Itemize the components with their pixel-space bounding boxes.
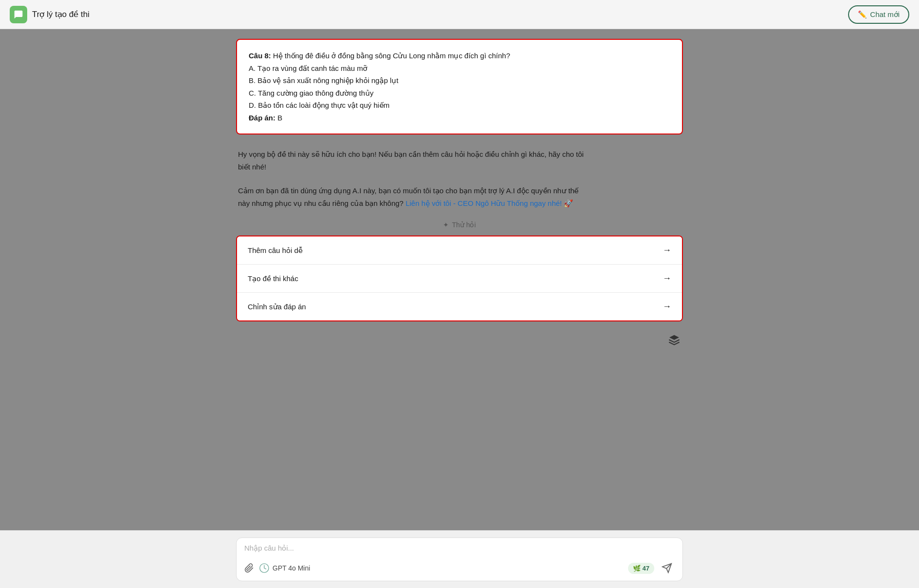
answer-label: Đáp án:: [249, 114, 275, 122]
contact-link[interactable]: Liên hệ với tôi - CEO Ngô Hữu Thống ngay…: [406, 199, 573, 207]
answer-value: B: [277, 114, 282, 122]
text-block-2: Cảm ơn bạn đã tin dùng ứng dụng A.I này,…: [236, 185, 683, 209]
question-text: Hệ thống đê điều ở đồng bằng sông Cửu Lo…: [273, 51, 510, 60]
suggestion-label-1: Thêm câu hỏi dễ: [248, 246, 303, 255]
model-badge: GPT 4o Mini: [259, 563, 310, 573]
text-block-1-line2: biết nhé!: [238, 163, 266, 171]
edit-icon: ✏️: [858, 10, 867, 19]
question-number: Câu 8:: [249, 51, 271, 60]
chat-container: Câu 8: Hệ thống đê điều ở đồng bằng sông…: [236, 39, 683, 521]
layers-icon[interactable]: [665, 331, 683, 349]
arrow-icon-2: →: [663, 273, 671, 284]
text-block-2-line2-pre: này nhưng phục vụ nhu cầu riêng của bạn …: [238, 199, 404, 207]
suggestion-item-3[interactable]: Chỉnh sửa đáp án →: [237, 293, 682, 320]
app-icon: [10, 6, 27, 23]
new-chat-button[interactable]: ✏️ Chat mới: [848, 5, 909, 24]
input-footer-right: 🌿 47: [628, 560, 675, 576]
suggestions-card: Thêm câu hỏi dễ → Tạo đề thi khác → Chỉn…: [236, 235, 683, 321]
input-wrapper: Nhập câu hỏi... GPT 4o Mini: [236, 538, 683, 581]
header-left: Trợ lý tạo đề thi: [10, 6, 89, 23]
suggestion-label-2: Tạo đề thi khác: [248, 274, 298, 283]
text-block-1: Hy vọng bộ đề thi này sẽ hữu ích cho bạn…: [236, 148, 683, 173]
token-icon: 🌿: [633, 565, 641, 572]
layers-area: [236, 331, 683, 349]
retry-hint: ✦ Thử hỏi: [236, 221, 683, 229]
option-c: C. Tăng cường giao thông đường thủy: [249, 87, 670, 100]
send-button[interactable]: [659, 560, 675, 576]
input-placeholder: Nhập câu hỏi...: [244, 544, 294, 552]
text-block-1-line1: Hy vọng bộ đề thi này sẽ hữu ích cho bạn…: [238, 150, 584, 158]
arrow-icon-3: →: [663, 302, 671, 312]
sparkle-icon: ✦: [443, 221, 449, 229]
attachment-button[interactable]: [244, 563, 254, 573]
arrow-icon-1: →: [663, 245, 671, 255]
app-title: Trợ lý tạo đề thi: [32, 9, 89, 19]
suggestion-item-2[interactable]: Tạo đề thi khác →: [237, 265, 682, 293]
main-content: Câu 8: Hệ thống đê điều ở đồng bằng sông…: [0, 29, 919, 530]
input-footer: GPT 4o Mini 🌿 47: [244, 560, 675, 576]
input-footer-left: GPT 4o Mini: [244, 563, 310, 573]
question-card: Câu 8: Hệ thống đê điều ở đồng bằng sông…: [236, 39, 683, 134]
option-a: A. Tạo ra vùng đất canh tác màu mỡ: [249, 62, 670, 75]
header: Trợ lý tạo đề thi ✏️ Chat mới: [0, 0, 919, 29]
option-b: B. Bảo vệ sản xuất nông nghiệp khỏi ngập…: [249, 74, 670, 87]
token-count: 47: [643, 565, 649, 572]
token-badge: 🌿 47: [628, 563, 654, 574]
retry-text: Thử hỏi: [452, 221, 476, 229]
input-area: Nhập câu hỏi... GPT 4o Mini: [0, 530, 919, 588]
suggestion-label-3: Chỉnh sửa đáp án: [248, 302, 306, 311]
text-block-2-line1: Cảm ơn bạn đã tin dùng ứng dụng A.I này,…: [238, 186, 579, 195]
option-d: D. Bảo tồn các loài động thực vật quý hi…: [249, 99, 670, 112]
suggestion-item-1[interactable]: Thêm câu hỏi dễ →: [237, 236, 682, 265]
model-name: GPT 4o Mini: [272, 564, 310, 572]
